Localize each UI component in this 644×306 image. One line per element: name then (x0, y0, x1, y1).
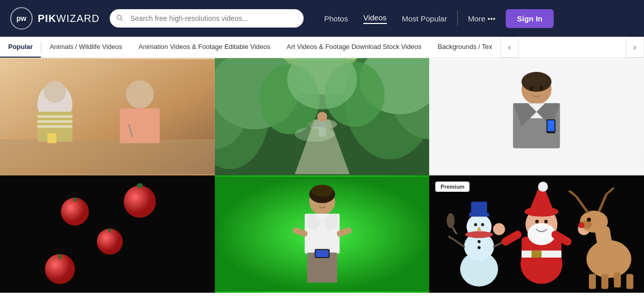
more-button[interactable]: More ••• (468, 14, 496, 23)
svg-point-92 (535, 220, 539, 223)
nav-videos[interactable]: Videos (363, 13, 387, 24)
nav-most-popular[interactable]: Most Popular (402, 14, 447, 23)
logo-initials: pw (16, 14, 26, 22)
search-input[interactable] (110, 9, 304, 28)
svg-rect-85 (522, 250, 561, 258)
nav-divider (457, 11, 458, 26)
premium-badge: Premium (435, 182, 469, 192)
video-item-1[interactable] (0, 58, 215, 175)
svg-rect-11 (47, 133, 57, 143)
svg-rect-10 (37, 125, 72, 128)
svg-rect-64 (315, 250, 328, 257)
svg-point-40 (540, 86, 544, 91)
svg-rect-108 (589, 274, 596, 289)
svg-point-75 (481, 223, 484, 226)
logo-circle: pw (10, 7, 33, 30)
svg-rect-110 (614, 272, 621, 287)
svg-rect-38 (548, 120, 555, 132)
category-prev-arrow[interactable]: ‹ (500, 37, 518, 58)
svg-rect-45 (138, 184, 141, 188)
svg-point-96 (493, 223, 505, 235)
svg-rect-86 (532, 250, 542, 258)
svg-rect-72 (472, 201, 487, 213)
video-grid: Premium (0, 58, 644, 293)
svg-rect-109 (602, 274, 609, 289)
svg-rect-47 (73, 198, 77, 202)
svg-point-32 (522, 72, 552, 92)
svg-rect-4 (0, 139, 215, 174)
svg-point-43 (124, 186, 156, 218)
svg-point-65 (316, 199, 320, 203)
video-item-4[interactable] (0, 175, 215, 293)
svg-rect-49 (108, 228, 111, 233)
svg-point-6 (44, 81, 66, 103)
svg-rect-51 (58, 254, 61, 259)
svg-point-12 (126, 81, 154, 109)
svg-point-82 (447, 213, 455, 228)
video-item-6[interactable]: Premium (429, 175, 644, 293)
logo[interactable]: pw PIKWIZARD (10, 7, 100, 30)
svg-rect-111 (627, 274, 634, 289)
svg-point-46 (61, 198, 89, 226)
svg-point-73 (465, 231, 493, 238)
category-backgrounds[interactable]: Backgrounds / Tex (430, 37, 501, 58)
svg-rect-8 (37, 115, 72, 118)
category-bar: Popular Animals / Wildlife Videos Animat… (0, 37, 644, 58)
category-art[interactable]: Art Videos & Footage Download Stock Vide… (279, 37, 430, 58)
svg-point-112 (587, 218, 591, 222)
svg-point-77 (478, 240, 481, 243)
signin-button[interactable]: Sign In (506, 9, 554, 28)
svg-point-0 (117, 15, 121, 19)
category-next-arrow[interactable]: › (626, 37, 644, 58)
logo-text: PIKWIZARD (38, 13, 100, 24)
video-item-5[interactable] (215, 175, 430, 293)
svg-rect-13 (120, 108, 160, 143)
category-popular[interactable]: Popular (0, 37, 41, 58)
nav-photos[interactable]: Photos (324, 14, 348, 23)
svg-rect-9 (37, 120, 72, 123)
svg-point-74 (474, 223, 477, 226)
svg-point-39 (530, 86, 534, 91)
header: pw PIKWIZARD Photos Videos Most Popular … (0, 0, 644, 37)
svg-point-27 (317, 112, 327, 122)
main-nav: Photos Videos Most Popular (324, 13, 447, 24)
svg-point-66 (324, 199, 328, 203)
search-bar (110, 9, 304, 28)
svg-line-1 (121, 19, 122, 20)
svg-point-93 (544, 220, 548, 223)
search-icon (116, 14, 123, 23)
video-item-2[interactable] (215, 58, 430, 175)
svg-point-78 (478, 246, 481, 249)
svg-point-56 (311, 185, 333, 196)
svg-point-29 (294, 127, 334, 142)
category-animation[interactable]: Animation Videos & Footage Editable Vide… (131, 37, 279, 58)
category-animals[interactable]: Animals / Wildlife Videos (41, 37, 130, 58)
svg-point-90 (538, 182, 549, 192)
svg-point-91 (528, 223, 556, 245)
svg-point-113 (579, 222, 585, 228)
video-item-3[interactable] (429, 58, 644, 175)
